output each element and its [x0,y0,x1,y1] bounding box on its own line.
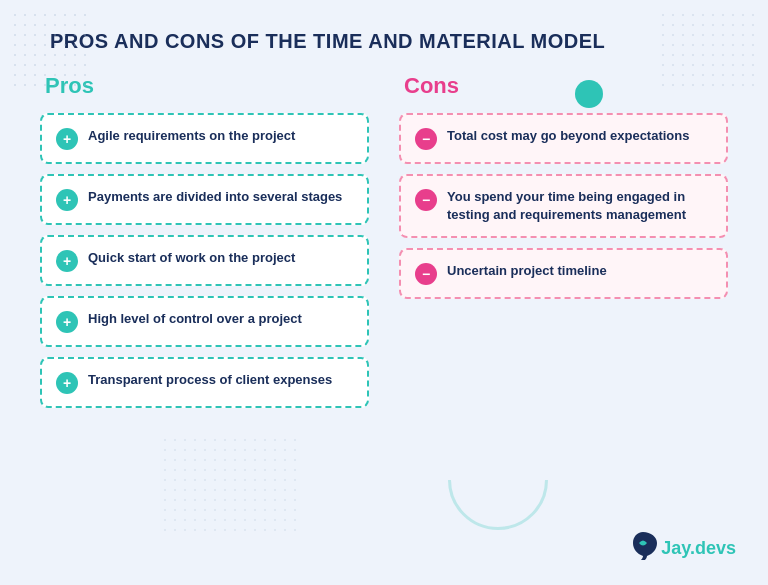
pro-item-3: + Quick start of work on the project [40,235,369,286]
pro-item-text-2: Payments are divided into several stages [88,188,342,206]
columns-container: Pros + Agile requirements on the project… [40,73,728,418]
pro-icon-3: + [56,250,78,272]
con-item-3: − Uncertain project timeline [399,248,728,299]
pro-item-text-5: Transparent process of client expenses [88,371,332,389]
pro-icon-5: + [56,372,78,394]
decorative-dots-topleft [10,10,90,90]
logo-j: J [661,538,671,558]
pro-item-text-4: High level of control over a project [88,310,302,328]
con-item-text-2: You spend your time being engaged in tes… [447,188,712,224]
main-container: PROS AND CONS OF THE TIME AND MATERIAL M… [0,0,768,585]
cons-column: Cons − Total cost may go beyond expectat… [399,73,728,418]
pros-column: Pros + Agile requirements on the project… [40,73,369,418]
pro-icon-4: + [56,311,78,333]
con-icon-1: − [415,128,437,150]
pro-item-1: + Agile requirements on the project [40,113,369,164]
con-icon-3: − [415,263,437,285]
con-item-text-1: Total cost may go beyond expectations [447,127,689,145]
logo-icon [629,530,657,567]
teal-circle-decoration [575,80,603,108]
pro-item-5: + Transparent process of client expenses [40,357,369,408]
teal-half-circle-decoration [448,430,548,530]
con-icon-2: − [415,189,437,211]
con-item-2: − You spend your time being engaged in t… [399,174,728,238]
pro-item-4: + High level of control over a project [40,296,369,347]
con-item-text-3: Uncertain project timeline [447,262,607,280]
pro-item-text-1: Agile requirements on the project [88,127,295,145]
logo: Jay.devs [629,530,736,567]
logo-text: Jay.devs [661,538,736,559]
pro-item-2: + Payments are divided into several stag… [40,174,369,225]
pro-icon-1: + [56,128,78,150]
pro-icon-2: + [56,189,78,211]
con-item-1: − Total cost may go beyond expectations [399,113,728,164]
pro-item-text-3: Quick start of work on the project [88,249,295,267]
page-title: PROS AND CONS OF THE TIME AND MATERIAL M… [50,30,728,53]
decorative-dots-bottomleft [160,435,300,535]
decorative-dots-topright [658,10,758,90]
logo-rest: ay.devs [671,538,736,558]
